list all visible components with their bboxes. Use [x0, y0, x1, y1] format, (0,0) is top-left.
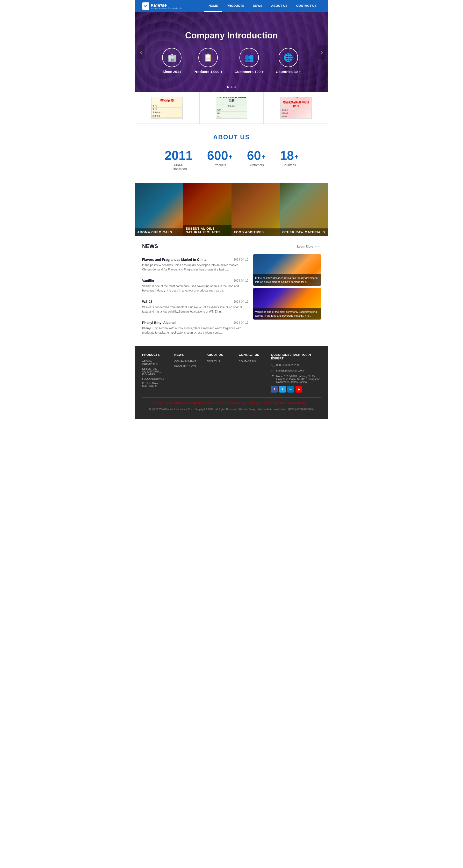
- news-item-2-desc: Vanillin is one of the most commonly use…: [142, 284, 248, 293]
- footer-expert-title: QUESTIONS? TALK TO AN EXPERT: [271, 353, 321, 360]
- about-stats: 2011 SINCE Established 600 + Products 60…: [140, 148, 323, 170]
- footer-link-about[interactable]: ABOUT US: [207, 360, 232, 363]
- about-stat-customers: 60 + Customers: [247, 148, 265, 170]
- hero-dot-1[interactable]: [227, 86, 228, 88]
- footer-phone-num: 0086-510-88202693: [276, 364, 300, 367]
- hero-next-arrow[interactable]: ›: [318, 45, 326, 59]
- about-stat-since-num: 2011: [164, 148, 193, 163]
- cat-aroma[interactable]: AROMA CHEMICALS: [135, 183, 183, 236]
- news-item-1[interactable]: Flavors and Fragrances Market in China 2…: [142, 254, 248, 275]
- cert-3: ⊕ 危险化学品经营许可证(副本) 单位名称 许可编号 有效期 发证机关: [264, 92, 328, 124]
- building-icon: 🏢: [162, 48, 182, 67]
- logo-tagline: aroma chemicals & essential oils: [151, 7, 182, 9]
- footer-address-text: Room 1017-1018,Building No.15 Columbus P…: [276, 375, 321, 383]
- footer-products-title: PRODUCTS: [142, 353, 167, 356]
- cert-img-1: ⊕ 营业执照 名 称 类 型 注册代表人 注册资金 注册日期 营业范围: [151, 97, 183, 119]
- footer-link-essential[interactable]: ESSENTIAL OILS,NATURAL ISOLATES: [142, 367, 167, 376]
- footer-contact-title: CONTACT US: [239, 353, 264, 356]
- nav-contact[interactable]: CONTACT US: [292, 0, 321, 12]
- nav-products[interactable]: PRODUCTS: [222, 0, 249, 12]
- hero-stat-since-label: Since 2011: [162, 70, 181, 74]
- youtube-btn[interactable]: ▶: [296, 386, 302, 393]
- hero-stat-customers: 👥 Customers 100 +: [235, 48, 264, 74]
- footer-link-contact[interactable]: CONTACT US: [239, 360, 264, 363]
- hero-stat-customers-label: Customers 100 +: [235, 70, 264, 74]
- cat-other-overlay: [280, 183, 328, 236]
- news-header: NEWS Learn More →→: [142, 243, 321, 249]
- news-more-link[interactable]: Learn More →→: [297, 245, 321, 248]
- nav-news[interactable]: NEWS: [249, 0, 267, 12]
- news-item-2-date: 2024-04-16: [234, 279, 248, 282]
- hero-title: Company Introduction: [185, 30, 278, 41]
- news-img-1: In the past few decades,China has rapidl…: [253, 254, 321, 286]
- hero-stats: 🏢 Since 2011 📋 Products 1,000 + 👥 Custom…: [162, 48, 301, 74]
- hero-prev-arrow[interactable]: ‹: [137, 45, 145, 59]
- hero-stat-products-label: Products 1,000 +: [193, 70, 222, 74]
- footer: PRODUCTS AROMA CHEMICALS ESSENTIAL OILS,…: [135, 346, 328, 419]
- arrow-right-icon: →→: [315, 245, 321, 248]
- hero-stat-products: 📋 Products 1,000 +: [193, 48, 222, 74]
- about-stat-customers-label: Customers: [247, 163, 265, 167]
- cert-img-3: ⊕ 危险化学品经营许可证(副本) 单位名称 许可编号 有效期 发证机关: [280, 97, 312, 119]
- twitter-btn[interactable]: t: [279, 386, 286, 393]
- nav-about[interactable]: ABOUT US: [267, 0, 292, 12]
- logo-area: ic Kimrise aroma chemicals & essential o…: [142, 2, 204, 10]
- about-stat-customers-suffix: +: [261, 153, 265, 161]
- cat-food-overlay: [232, 183, 280, 236]
- products-icon: 📋: [198, 48, 218, 67]
- news-item-3[interactable]: WS-23 2024-04-16 WS-23 is not derived fr…: [142, 296, 248, 317]
- footer-col-news: NEWS COMPANY NEWS INDUSTRY NEWS: [174, 353, 199, 393]
- cat-aroma-label: AROMA CHEMICALS: [135, 228, 183, 236]
- about-stat-countries-label: Countries: [280, 163, 298, 167]
- footer-link-company-news[interactable]: COMPANY NEWS: [174, 360, 199, 363]
- news-item-4-date: 2024-04-16: [234, 321, 248, 324]
- cat-food[interactable]: FOOD ADDITIVES: [232, 183, 280, 236]
- footer-social: f t in ▶: [271, 386, 321, 393]
- globe-icon: 🌐: [279, 48, 298, 67]
- news-item-1-desc: In the past few decades,China has rapidl…: [142, 263, 248, 272]
- about-title: ABOUT US: [140, 133, 323, 141]
- about-stat-countries-suffix: +: [294, 153, 298, 161]
- cert-2: 对外贸易经营者备案登记表 备案编号 名称 地址 法人 经营范围: [199, 92, 264, 124]
- about-stat-products-suffix: +: [228, 153, 233, 161]
- customers-icon: 👥: [240, 48, 259, 67]
- cat-other[interactable]: OTHER RAW MATERIALS: [280, 183, 328, 236]
- news-item-3-title: WS-23: [142, 300, 153, 304]
- facebook-btn[interactable]: f: [271, 386, 278, 393]
- cat-essential[interactable]: ESSENTIAL OILS NATURAL ISOLATES: [183, 183, 232, 236]
- hero-stat-countries-label: Countries 30 +: [276, 70, 301, 74]
- nav-home[interactable]: HOME: [204, 0, 222, 12]
- footer-top: PRODUCTS AROMA CHEMICALS ESSENTIAL OILS,…: [142, 353, 321, 393]
- footer-bottom: 安全提示：不得向不具有相关许可证件或者管理文件的单位及这些个人销售剧毒化学品、精…: [142, 402, 321, 412]
- footer-link-food[interactable]: FOOD ADDITIVES: [142, 377, 167, 380]
- product-categories: AROMA CHEMICALS ESSENTIAL OILS NATURAL I…: [135, 183, 328, 236]
- footer-link-industry-news[interactable]: INDUSTRY NEWS: [174, 364, 199, 367]
- news-item-2[interactable]: Vanillin 2024-04-16 Vanillin is one of t…: [142, 275, 248, 296]
- about-stat-since: 2011 SINCE Established: [164, 148, 193, 170]
- news-item-4[interactable]: Phenyl Ethyl Alcohol 2024-04-16 Phenyl E…: [142, 317, 248, 338]
- footer-about-title: ABOUT US: [207, 353, 232, 356]
- main-nav: HOME PRODUCTS NEWS ABOUT US CONTACT US: [204, 0, 321, 12]
- hero-dot-3[interactable]: [235, 86, 236, 88]
- cat-food-label: FOOD ADDITIVES: [232, 228, 280, 236]
- linkedin-btn[interactable]: in: [287, 386, 294, 393]
- footer-copyright: 版权所有 Wuxi Kimrise International Corp. Co…: [142, 407, 321, 412]
- about-stat-since-sub: SINCE: [164, 163, 193, 166]
- footer-link-aroma[interactable]: AROMA CHEMICALS: [142, 360, 167, 366]
- footer-link-other[interactable]: OTHER RAW MATERIALS: [142, 382, 167, 388]
- hero-dot-2[interactable]: [230, 86, 233, 88]
- news-item-1-title: Flavors and Fragrances Market in China: [142, 258, 206, 261]
- news-list: Flavors and Fragrances Market in China 2…: [142, 254, 248, 338]
- news-item-4-desc: Phenyl Ethyl Alcohol,with a rosy aroma,o…: [142, 326, 248, 335]
- footer-address: 📍 Room 1017-1018,Building No.15 Columbus…: [271, 375, 321, 383]
- logo-text-block: Kimrise aroma chemicals & essential oils: [151, 3, 182, 9]
- footer-phone: 📞 0086-510-88202693: [271, 364, 321, 367]
- header: ic Kimrise aroma chemicals & essential o…: [135, 0, 328, 12]
- news-item-2-title: Vanillin: [142, 279, 154, 283]
- news-title: NEWS: [142, 243, 158, 249]
- about-stat-countries-num: 18: [280, 148, 294, 163]
- about-stat-since-label: Established: [164, 167, 193, 170]
- about-stat-countries: 18 + Countries: [280, 148, 298, 170]
- hero-stat-since: 🏢 Since 2011: [162, 48, 182, 74]
- cat-other-label: OTHER RAW MATERIALS: [280, 228, 328, 236]
